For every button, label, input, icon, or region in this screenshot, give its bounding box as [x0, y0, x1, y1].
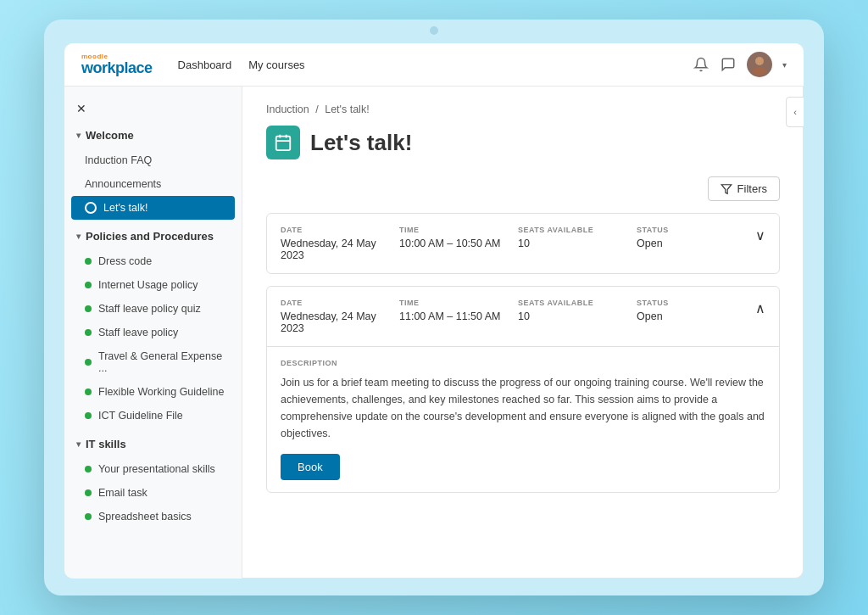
- staff-leave-quiz-dot: [85, 305, 92, 312]
- session-1-status-value: Open: [637, 238, 747, 249]
- sidebar-section-policies: ▾ Policies and Procedures Dress code Int…: [64, 223, 242, 428]
- session-2-expand-button[interactable]: ∧: [755, 299, 765, 316]
- induction-faq-label: Induction FAQ: [85, 154, 152, 166]
- travel-expense-label: Travel & General Expense ...: [98, 350, 230, 374]
- laptop-frame: moodle workplace Dashboard My courses: [44, 20, 824, 595]
- presentational-skills-dot: [85, 466, 92, 472]
- session-2-status-field: STATUS Open: [637, 299, 747, 322]
- sidebar-item-email-task[interactable]: Email task: [64, 481, 242, 505]
- internet-policy-dot: [85, 282, 92, 288]
- policies-section-label: Policies and Procedures: [86, 230, 214, 243]
- welcome-section-label: Welcome: [86, 129, 134, 142]
- staff-leave-policy-label: Staff leave policy: [98, 327, 178, 338]
- sidebar-item-presentational-skills[interactable]: Your presentational skills: [64, 457, 242, 481]
- session-2-seats-label: SEATS AVAILABLE: [518, 299, 628, 307]
- lets-talk-circle-icon: [85, 202, 97, 214]
- svg-rect-2: [276, 137, 291, 151]
- announcements-label: Announcements: [85, 178, 161, 190]
- sidebar-section-policies-title[interactable]: ▾ Policies and Procedures: [64, 223, 242, 249]
- session-2-date-value: Wednesday, 24 May 2023: [281, 310, 391, 334]
- page-title-icon: [266, 126, 300, 159]
- content-area: ‹ Induction / Let's talk!: [242, 87, 804, 579]
- logo-workplace-text: workplace: [81, 60, 153, 75]
- filters-button[interactable]: Filters: [708, 176, 780, 201]
- sidebar-section-it-title[interactable]: ▾ IT skills: [64, 431, 242, 457]
- filter-icon: [721, 183, 732, 195]
- sidebar-item-flexible-working[interactable]: Flexible Working Guideline: [64, 380, 242, 404]
- sidebar-section-welcome-title[interactable]: ▾ Welcome: [64, 122, 242, 148]
- session-1-seats-field: SEATS AVAILABLE 10: [518, 226, 628, 249]
- sidebar-item-ict-guideline[interactable]: ICT Guideline File: [64, 404, 242, 428]
- session-2-status-label: STATUS: [637, 299, 747, 307]
- spreadsheet-basics-dot: [85, 513, 92, 520]
- nav-links: Dashboard My courses: [178, 59, 676, 71]
- ict-guideline-label: ICT Guideline File: [98, 410, 183, 422]
- svg-point-0: [755, 57, 764, 65]
- travel-expense-dot: [85, 359, 92, 366]
- staff-leave-policy-dot: [85, 329, 92, 336]
- sidebar-item-announcements[interactable]: Announcements: [64, 172, 242, 196]
- book-button[interactable]: Book: [281, 454, 340, 480]
- sidebar-item-internet-policy[interactable]: Internet Usage policy: [64, 273, 242, 297]
- nav-my-courses[interactable]: My courses: [248, 59, 304, 71]
- sidebar-item-spreadsheet-basics[interactable]: Spreadsheet basics: [64, 505, 242, 528]
- sidebar-item-induction-faq[interactable]: Induction FAQ: [64, 148, 242, 172]
- laptop-screen: moodle workplace Dashboard My courses: [64, 43, 804, 579]
- nav-dashboard[interactable]: Dashboard: [178, 59, 232, 71]
- session-2-seats-value: 10: [518, 310, 628, 322]
- session-1-time-field: TIME 10:00 AM – 10:50 AM: [399, 226, 509, 249]
- avatar-dropdown-caret[interactable]: ▾: [782, 60, 787, 70]
- presentational-skills-label: Your presentational skills: [98, 463, 215, 475]
- email-task-dot: [85, 489, 92, 496]
- email-task-label: Email task: [98, 487, 147, 499]
- sidebar-item-staff-leave-quiz[interactable]: Staff leave policy quiz: [64, 297, 242, 321]
- sidebar-close-button[interactable]: ✕: [64, 95, 242, 122]
- session-2-date-field: DATE Wednesday, 24 May 2023: [281, 299, 391, 334]
- bell-icon[interactable]: [693, 56, 709, 73]
- laptop-notch: [430, 26, 438, 35]
- sidebar-collapse-button[interactable]: ‹: [786, 97, 804, 127]
- sidebar-item-staff-leave-policy[interactable]: Staff leave policy: [64, 321, 242, 344]
- page-title-row: Let's talk!: [266, 126, 780, 159]
- sidebar-item-travel-expense[interactable]: Travel & General Expense ...: [64, 344, 242, 380]
- sidebar-item-lets-talk[interactable]: Let's talk!: [71, 196, 235, 220]
- ict-guideline-dot: [85, 412, 92, 419]
- internet-policy-label: Internet Usage policy: [98, 279, 198, 291]
- session-2-date-label: DATE: [281, 299, 391, 307]
- lets-talk-label: Let's talk!: [103, 202, 147, 214]
- breadcrumb-current: Let's talk!: [325, 103, 369, 115]
- main-layout: ✕ ▾ Welcome Induction FAQ Announcements: [64, 87, 804, 579]
- session-2-time-label: TIME: [399, 299, 509, 307]
- sidebar-item-dress-code[interactable]: Dress code: [64, 249, 242, 273]
- filters-row: Filters: [266, 176, 780, 201]
- session-1-seats-value: 10: [518, 238, 628, 249]
- session-1-date-label: DATE: [281, 226, 391, 234]
- message-icon[interactable]: [720, 56, 737, 73]
- breadcrumb-parent[interactable]: Induction: [266, 103, 309, 115]
- sidebar-section-it-skills: ▾ IT skills Your presentational skills E…: [64, 431, 242, 528]
- session-1-expand-button[interactable]: ∨: [755, 226, 765, 243]
- it-skills-section-label: IT skills: [86, 438, 126, 450]
- session-2-header: DATE Wednesday, 24 May 2023 TIME 11:00 A…: [267, 287, 779, 346]
- breadcrumb-separator: /: [315, 103, 318, 115]
- session-1-date-value: Wednesday, 24 May 2023: [281, 238, 391, 261]
- svg-point-1: [753, 67, 766, 75]
- top-navigation: moodle workplace Dashboard My courses: [64, 43, 804, 87]
- logo: moodle workplace: [81, 53, 153, 75]
- policies-section-caret: ▾: [76, 232, 81, 241]
- session-2-details: DESCRIPTION Join us for a brief team mee…: [267, 346, 779, 492]
- welcome-section-caret: ▾: [76, 131, 81, 140]
- session-1-time-label: TIME: [399, 226, 509, 234]
- filters-button-label: Filters: [737, 182, 767, 195]
- session-2-time-field: TIME 11:00 AM – 11:50 AM: [399, 299, 509, 322]
- spreadsheet-basics-label: Spreadsheet basics: [98, 511, 192, 523]
- flexible-working-dot: [85, 389, 92, 395]
- dress-code-dot: [85, 258, 92, 265]
- session-1-status-field: STATUS Open: [637, 226, 747, 249]
- sidebar: ✕ ▾ Welcome Induction FAQ Announcements: [64, 87, 242, 579]
- avatar[interactable]: [747, 52, 772, 77]
- session-1-time-value: 10:00 AM – 10:50 AM: [399, 238, 509, 249]
- flexible-working-label: Flexible Working Guideline: [98, 386, 224, 398]
- sidebar-section-welcome: ▾ Welcome Induction FAQ Announcements Le…: [64, 122, 242, 220]
- session-2-time-value: 11:00 AM – 11:50 AM: [399, 310, 509, 322]
